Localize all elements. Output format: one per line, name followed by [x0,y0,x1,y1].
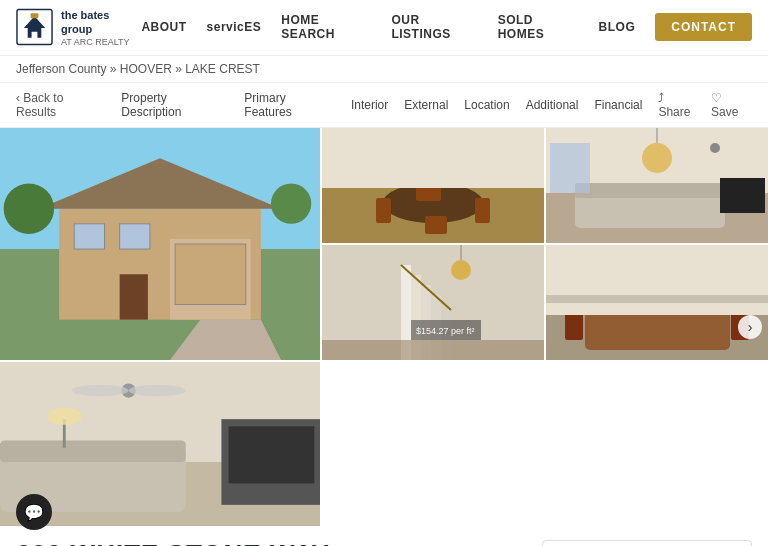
photo-next-arrow[interactable]: › [738,315,762,339]
svg-marker-1 [24,17,45,38]
chat-icon: 💬 [24,503,44,522]
listing-content: 609 WHITE STONE WAY HOOVER, Alabama 3522… [0,526,768,546]
svg-point-13 [4,183,54,233]
photo-dining2[interactable] [546,245,768,360]
svg-rect-11 [120,223,150,248]
nav-actions: ⤴ Share ♡ Save [658,91,752,119]
photo-dining1[interactable] [322,128,544,243]
svg-rect-57 [546,295,768,303]
logo-icon [16,8,53,46]
listing-details: 609 WHITE STONE WAY HOOVER, Alabama 3522… [16,540,542,546]
photo-stairs[interactable]: $154.27 per ft² [322,245,544,360]
svg-rect-56 [546,245,768,315]
svg-point-43 [451,260,471,280]
svg-point-14 [271,183,311,223]
svg-rect-26 [322,128,544,188]
svg-rect-12 [120,274,148,319]
svg-rect-22 [425,216,447,234]
svg-point-66 [129,384,186,395]
svg-rect-45 [322,340,544,360]
nav-blog[interactable]: BLOG [599,20,636,34]
navbar: the bates group AT ARC REALTY ABOUT serv… [0,0,768,56]
svg-rect-9 [175,244,246,305]
svg-rect-10 [74,223,104,248]
svg-rect-30 [575,183,725,198]
svg-rect-34 [550,143,590,193]
photo-interior3: $154.27 per ft² [322,245,544,360]
nav-about[interactable]: ABOUT [141,20,186,34]
svg-rect-20 [475,198,490,223]
nav-financial[interactable]: Financial [594,96,642,114]
svg-rect-33 [720,178,765,213]
nav-property-description[interactable]: Property Description [121,89,228,121]
share-button[interactable]: ⤴ Share [658,91,699,119]
photo-interior4 [546,245,768,360]
logo: the bates group AT ARC REALTY [16,8,141,47]
nav-additional[interactable]: Additional [526,96,579,114]
photo-living1[interactable] [546,128,768,243]
logo-sub: AT ARC REALTY [61,37,141,47]
breadcrumb: Jefferson County » HOOVER » LAKE CREST [0,56,768,83]
nav-primary-features[interactable]: Primary Features [244,89,335,121]
logo-text-area: the bates group AT ARC REALTY [61,8,141,47]
photo-grid: $154.27 per ft² [0,128,768,526]
secondary-nav: ‹ Back to Results Property Description P… [0,83,768,128]
svg-point-31 [642,143,672,173]
photo-interior2 [546,128,768,243]
svg-rect-19 [376,198,391,223]
svg-point-65 [71,384,128,395]
svg-point-68 [47,407,81,424]
back-to-results-button[interactable]: ‹ Back to Results [16,91,105,119]
save-button[interactable]: ♡ Save [711,91,752,119]
nav-location[interactable]: Location [464,96,509,114]
logo-brand: the bates group [61,8,141,37]
breadcrumb-text: Jefferson County » HOOVER » LAKE CREST [16,62,260,76]
nav-home-search[interactable]: HOME SEARCH [281,13,371,41]
photo-interior1 [322,128,544,243]
agent-card: Amanda Bates ARC Realty ☎ 205-478-6338 ✉… [542,540,752,546]
nav-links: ABOUT servicES HOME SEARCH OUR LISTINGS … [141,13,752,41]
svg-rect-2 [31,14,39,19]
nav-interior[interactable]: Interior [351,96,388,114]
nav-sold[interactable]: SOLD HOMES [498,13,579,41]
nav-external[interactable]: External [404,96,448,114]
svg-text:$154.27 per ft²: $154.27 per ft² [416,326,475,336]
svg-rect-63 [229,426,315,483]
photo-main[interactable] [0,128,320,360]
svg-rect-61 [0,440,186,461]
nav-listings[interactable]: OUR LISTINGS [391,13,477,41]
nav-contact-button[interactable]: CONTACT [655,13,752,41]
listing-address: 609 WHITE STONE WAY [16,540,542,546]
photo-exterior [0,128,320,360]
chat-bubble-button[interactable]: 💬 [16,494,52,530]
nav-services[interactable]: servicES [207,20,262,34]
svg-point-35 [710,143,720,153]
